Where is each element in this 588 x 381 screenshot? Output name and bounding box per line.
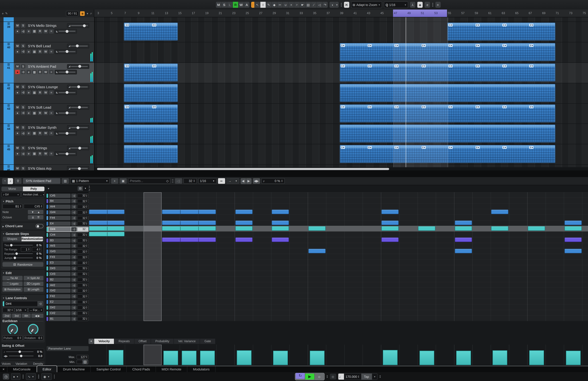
tempo-dropdown-icon[interactable]: ▼ [372, 374, 377, 380]
pattern-tag-chip[interactable]: 2 ▾ [368, 44, 372, 47]
param-tab-offset[interactable]: Offset [134, 339, 151, 344]
transport-menu-dots[interactable] [327, 376, 328, 378]
poly-button[interactable]: Poly [23, 187, 44, 191]
tab-sampler-control[interactable]: Sampler Control [91, 366, 127, 373]
edit-channel-button[interactable]: e [26, 29, 31, 33]
automation-button-r[interactable]: R [232, 2, 238, 8]
zoom-tool[interactable]: ⌕ [294, 2, 299, 8]
pattern-tag-chip[interactable]: 1 ▾ [502, 64, 507, 67]
tool-divider-icon[interactable]: ⋮ [251, 2, 254, 8]
mute-tool[interactable]: × [288, 2, 294, 8]
midi-menu-dots[interactable] [54, 375, 55, 379]
note-step[interactable] [418, 226, 435, 231]
randomize-button[interactable]: ⚄Randomize [2, 262, 43, 267]
pattern-tag-chip[interactable]: 2 ▾ [475, 44, 480, 47]
note-down-up-buttons[interactable]: ▼▲ [28, 210, 43, 214]
collapse-triangle-icon[interactable]: ▶ [2, 225, 4, 227]
lane-filter-funnel-icon[interactable]: ▼ [47, 188, 50, 190]
lane-speaker-button[interactable]: ◁) [71, 266, 77, 271]
write-automation-button[interactable]: W [43, 111, 48, 115]
edited-track-name[interactable]: SYN Ambient Pad [23, 178, 60, 184]
note-step[interactable] [272, 210, 289, 214]
mute-button[interactable]: M [15, 85, 20, 89]
audio-menu-dots[interactable] [38, 375, 39, 379]
note-lane-row[interactable]: F#2◁)32▲▼ [46, 294, 88, 299]
pattern-tag-chip[interactable]: 2 ▾ [529, 24, 534, 26]
solo-button[interactable]: S [21, 105, 25, 109]
grid-lane-row[interactable] [88, 282, 588, 287]
pattern-tag-chip[interactable]: 2 ▾ [529, 146, 534, 149]
track-name[interactable]: SYN Glass Lounge [28, 85, 66, 89]
swing-slider[interactable]: ♪0 % [3, 350, 42, 354]
velocity-bar[interactable] [182, 351, 196, 365]
collapse-triangle-icon[interactable]: ▼ [2, 272, 5, 274]
note-step[interactable] [381, 210, 399, 214]
lane-step-count[interactable]: 32▲▼ [77, 305, 88, 310]
note-step[interactable] [381, 237, 399, 242]
note-lane-row[interactable]: F#4◁)32▲▼ [46, 215, 88, 221]
note-lane-row[interactable]: C#4◁)32▲▼ [46, 232, 88, 238]
glue-tool[interactable]: ∪ [283, 2, 288, 8]
record-menu-dots[interactable] [23, 375, 24, 379]
filter-funnel-icon[interactable]: ▼ [86, 12, 89, 15]
split-all-button[interactable]: ✂Split All [23, 276, 43, 280]
line-tool[interactable]: ∕ [311, 2, 316, 8]
track-filter-toggle[interactable]: ◉ [80, 11, 85, 16]
lane-speaker-button[interactable]: ◁) [71, 210, 77, 214]
grid-lane-row[interactable] [88, 310, 588, 315]
note-lane-row[interactable]: A#4◁)32▲▼ [46, 204, 88, 210]
solo-button[interactable]: S [21, 166, 25, 170]
note-step[interactable] [455, 226, 472, 231]
note-step[interactable] [381, 226, 399, 231]
tab-chord-pads[interactable]: Chord Pads [127, 366, 156, 373]
grid-lane-row[interactable] [88, 276, 588, 282]
note-lane-row[interactable]: B3◁)32▲▼ [46, 238, 88, 243]
lane-step-count[interactable]: 32▲▼ [77, 261, 88, 265]
lane-pitch-label[interactable]: C#2 [49, 311, 71, 315]
note-lane-row[interactable]: C#3◁)32▲▼ [46, 271, 88, 277]
pitch-low-stepper[interactable]: B1▲▼ [2, 204, 22, 209]
volume-slider[interactable]: ◢ [67, 23, 89, 28]
solo-button[interactable]: S [21, 85, 25, 89]
velocity-bar[interactable] [108, 350, 123, 365]
quantize-dropdown[interactable]: Q 1/16 ▼ [384, 1, 408, 8]
pattern-tag-chip[interactable]: 1 ▾ [125, 64, 129, 67]
lane-speaker-button[interactable]: ◁) [71, 277, 77, 282]
snap-menu-dots[interactable] [341, 3, 342, 7]
pan-slider[interactable]: ◣ [55, 29, 77, 34]
pitch-high-stepper[interactable]: C#5▲▼ [23, 204, 43, 209]
track-name[interactable]: SYN Bell Lead [28, 44, 66, 48]
arrange-track-lane[interactable] [95, 83, 588, 104]
lane-speaker-button[interactable]: ◁) [71, 244, 77, 248]
note-lane-row[interactable]: C#2◁)32▲▼ [46, 310, 88, 316]
midi-pattern-clip[interactable] [124, 125, 178, 143]
velocity-bar[interactable] [164, 351, 178, 365]
lane-pitch-label[interactable]: G#2 [49, 289, 71, 293]
note-step[interactable] [308, 249, 326, 253]
pattern-tag-chip[interactable]: 2 ▾ [475, 105, 480, 108]
lane-pitch-label[interactable]: E3 [49, 261, 71, 265]
grid-lane-row[interactable] [88, 259, 588, 265]
note-step[interactable] [491, 226, 508, 231]
note-step[interactable] [564, 226, 582, 231]
write-automation-button[interactable]: W [43, 70, 48, 74]
pattern-tag-chip[interactable]: 1 ▾ [448, 105, 453, 108]
tempo-track-button[interactable]: ♩ [338, 374, 344, 380]
pattern-tag-chip[interactable]: 2 ▾ [475, 64, 480, 67]
lane-step-count[interactable]: 32▲▼ [77, 272, 88, 276]
read-automation-button[interactable]: R [38, 29, 42, 33]
grid-lane-row[interactable] [88, 265, 588, 271]
grid-lane-row[interactable] [88, 298, 588, 304]
track-name[interactable]: SYN Glass Arp [28, 167, 66, 170]
volume-slider[interactable]: ◢ [67, 85, 89, 89]
edit-channel-button[interactable]: e [26, 90, 31, 95]
chord-lane-toggle[interactable] [36, 224, 43, 228]
snap-type-dropdown[interactable]: ⊞ Adapt to Zoom ▼ [351, 1, 382, 8]
track-name[interactable]: SYN Soft Lead [28, 105, 66, 109]
note-step[interactable] [272, 237, 289, 242]
color-tool[interactable]: ↷ [322, 2, 328, 8]
euclidean-rotation-knob[interactable] [28, 324, 39, 335]
step-ruler[interactable]: 12 [88, 185, 588, 192]
pattern-tag-chip[interactable]: 1 ▾ [502, 105, 507, 108]
lane-grid-dropdown[interactable]: 1/16▼ [15, 308, 27, 313]
